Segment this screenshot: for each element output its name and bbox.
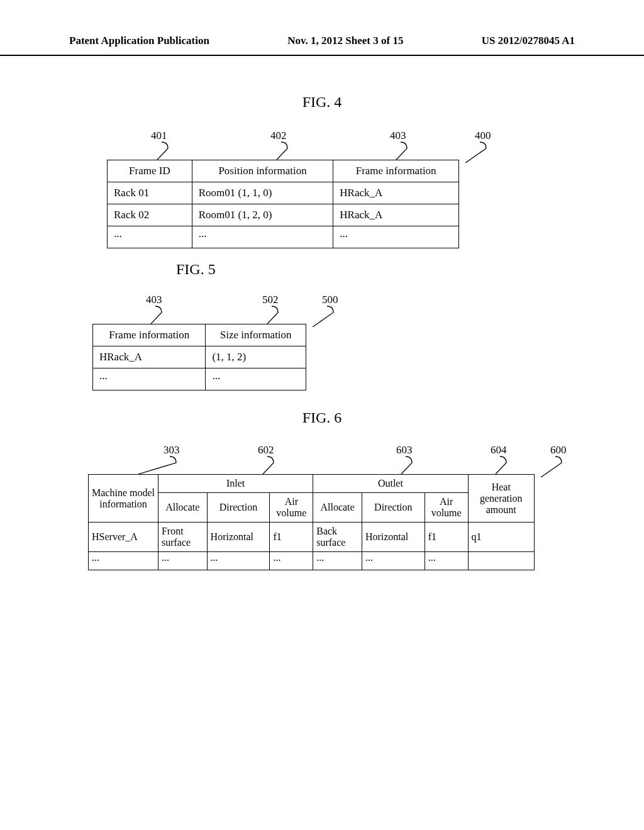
table-row: Rack 02 Room01 (1, 2, 0) HRack_A (108, 204, 459, 226)
col-size-info: Size information (206, 324, 306, 346)
ref-602: 602 (258, 444, 274, 456)
col-heat: Heat generation amount (468, 475, 534, 523)
col-machine-model: Machine model information (89, 475, 158, 523)
ref-502: 502 (262, 294, 279, 306)
col-out-direction: Direction (362, 493, 425, 523)
ref-600: 600 (550, 444, 567, 456)
ref-402: 402 (270, 130, 287, 142)
table-header-row: Frame information Size information (93, 324, 306, 346)
fig4-container: 401 402 403 400 Frame ID Position inform… (107, 130, 459, 248)
cell: ··· (206, 368, 306, 390)
leadline-icon (387, 141, 412, 163)
fig5-title: FIG. 5 (176, 261, 644, 278)
cell: f1 (270, 523, 313, 552)
fig5-table: Frame information Size information HRack… (92, 324, 306, 390)
table-row: Rack 01 Room01 (1, 1, 0) HRack_A (108, 182, 459, 204)
cell: Rack 02 (108, 204, 192, 226)
leadline-icon (129, 455, 179, 477)
table-header-row: Frame ID Position information Frame info… (108, 160, 459, 182)
col-in-direction: Direction (207, 493, 270, 523)
fig5-container: 403 502 500 Frame information Size infor… (92, 294, 306, 390)
cell: Room01 (1, 1, 0) (192, 182, 333, 204)
ref-403: 403 (390, 130, 406, 142)
col-frame-info: Frame information (93, 324, 206, 346)
table-row: ··· ··· (93, 368, 306, 390)
cell: ··· (333, 226, 459, 248)
col-position-info: Position information (192, 160, 333, 182)
cell: ··· (313, 552, 362, 570)
leadline-icon (267, 141, 292, 163)
header-left: Patent Application Publication (69, 35, 209, 47)
ref-403b: 403 (146, 294, 162, 306)
leadline-icon (538, 455, 569, 480)
leadline-icon (486, 455, 511, 477)
cell: Back surface (313, 523, 362, 552)
cell: ··· (192, 226, 333, 248)
cell: q1 (468, 523, 534, 552)
leadline-icon (258, 305, 283, 327)
col-frame-id: Frame ID (108, 160, 192, 182)
leadline-icon (142, 305, 167, 327)
col-outlet: Outlet (313, 475, 468, 493)
fig6-container: 303 602 603 604 600 Machine model inform… (88, 444, 535, 570)
fig6-title: FIG. 6 (0, 409, 644, 426)
cell: Front surface (158, 523, 207, 552)
page-header: Patent Application Publication Nov. 1, 2… (0, 0, 644, 56)
cell: ··· (425, 552, 468, 570)
cell: HRack_A (333, 204, 459, 226)
leadline-icon (148, 141, 173, 163)
col-out-allocate: Allocate (313, 493, 362, 523)
col-frame-info: Frame information (333, 160, 459, 182)
ref-603: 603 (396, 444, 413, 456)
ref-400: 400 (475, 130, 491, 142)
cell: HRack_A (93, 346, 206, 368)
cell: Horizontal (207, 523, 270, 552)
ref-303: 303 (164, 444, 180, 456)
table-row: HRack_A (1, 1, 2) (93, 346, 306, 368)
col-inlet: Inlet (158, 475, 313, 493)
col-in-air: Air volume (270, 493, 313, 523)
cell: (1, 1, 2) (206, 346, 306, 368)
cell: ··· (207, 552, 270, 570)
col-in-allocate: Allocate (158, 493, 207, 523)
cell: ··· (362, 552, 425, 570)
header-right: US 2012/0278045 A1 (482, 35, 575, 47)
cell: ··· (93, 368, 206, 390)
cell: ··· (108, 226, 192, 248)
fig4-table: Frame ID Position information Frame info… (107, 160, 459, 248)
fig6-table: Machine model information Inlet Outlet H… (88, 474, 535, 570)
ref-604: 604 (491, 444, 507, 456)
table-row: HServer_A Front surface Horizontal f1 Ba… (89, 523, 535, 552)
cell: ··· (89, 552, 158, 570)
fig4-title: FIG. 4 (0, 94, 644, 111)
leadline-icon (462, 141, 494, 166)
cell: Rack 01 (108, 182, 192, 204)
leadline-icon (253, 455, 279, 477)
table-row: ··· ··· ··· (108, 226, 459, 248)
leadline-icon (309, 305, 341, 330)
cell: ··· (158, 552, 207, 570)
cell: HServer_A (89, 523, 158, 552)
ref-401: 401 (151, 130, 167, 142)
cell: HRack_A (333, 182, 459, 204)
ref-500: 500 (322, 294, 338, 306)
cell: f1 (425, 523, 468, 552)
header-center: Nov. 1, 2012 Sheet 3 of 15 (287, 35, 403, 47)
table-row: ··· ··· ··· ··· ··· ··· ··· (89, 552, 535, 570)
cell: ··· (270, 552, 313, 570)
leadline-icon (392, 455, 417, 477)
col-out-air: Air volume (425, 493, 468, 523)
cell: Room01 (1, 2, 0) (192, 204, 333, 226)
cell (468, 552, 534, 570)
cell: Horizontal (362, 523, 425, 552)
